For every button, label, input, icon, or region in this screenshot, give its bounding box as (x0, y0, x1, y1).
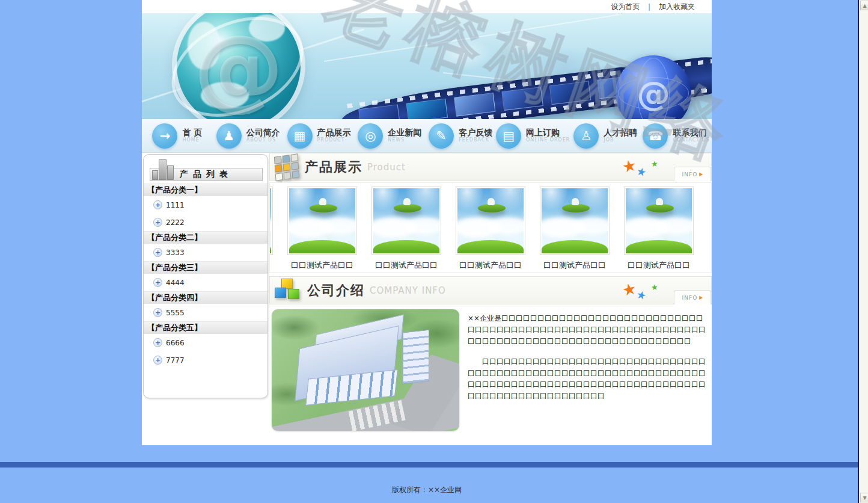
page-container: 设为首页 ｜ 加入收藏夹 @ @ (142, 0, 712, 445)
nav-label: 网上订购 (526, 128, 570, 137)
topbar-divider: ｜ (646, 2, 653, 12)
nav-item-job[interactable]: ♙ 人才招聘 JOB (570, 119, 641, 152)
nav-item-order[interactable]: ▤ 网上订购 ONLINE ORDER (496, 119, 570, 152)
spiral-icon: ◎ (358, 123, 383, 149)
product-section-header: 产品展示 Product ★ ★ ★ INFO ▶ (269, 153, 712, 181)
product-section-title: 产品展示 (305, 158, 362, 176)
company-section-subtitle: COMPANY INFO (370, 285, 446, 296)
product-card[interactable]: 口口测试产品口口 (370, 187, 443, 272)
nav-item-news[interactable]: ◎ 企业新闻 NEWS (354, 119, 425, 152)
plus-icon: + (153, 308, 162, 317)
copyright-text: 版权所有：××企业网 (142, 485, 712, 495)
add-favorite-link[interactable]: 加入收藏夹 (659, 2, 695, 12)
page-scrollbar[interactable]: ▲ ▼ (858, 0, 868, 503)
product-list-sidebar: 产品列表 【产品分类一】 + 1111 + 2222 【产品分类二】 + 333… (143, 154, 268, 398)
nav-label: 公司简介 (246, 128, 280, 137)
nav-sublabel: JOB (604, 138, 637, 143)
nav-label: 首 页 (182, 128, 202, 137)
person-icon: ♟ (216, 123, 242, 149)
company-description: ××企业是口口口口口口口口口口口口口口口口口口口口口口口口口口口口口口口口口口口… (468, 309, 712, 431)
company-paragraph: 口口口口口口口口口口口口口口口口口口口口口口口口口口口口口口口口口口口口口口口口… (468, 356, 706, 403)
plus-icon: + (153, 200, 162, 209)
globe-at-icon: @ (177, 13, 301, 119)
nav-label: 客户反馈 (459, 128, 492, 137)
product-image (456, 187, 525, 255)
category-item[interactable]: + 4444 (144, 274, 267, 291)
pen-hand-icon: ✎ (429, 123, 454, 149)
company-section-title: 公司介绍 (307, 282, 365, 300)
category-header: 【产品分类四】 (144, 291, 267, 304)
product-image (540, 187, 610, 255)
product-card[interactable]: 口口测试产品口口 (622, 187, 695, 272)
category-item[interactable]: + 2222 (144, 214, 267, 231)
company-intro: ××企业是口口口口口口口口口口口口口口口口口口口口口口口口口口口口口口口口口口口… (269, 307, 712, 431)
category-item[interactable]: + 1111 (144, 196, 267, 214)
company-building-image (272, 309, 459, 431)
topbar: 设为首页 ｜ 加入收藏夹 (142, 0, 712, 13)
color-cubes-icon (275, 279, 301, 303)
product-caption: 口口测试产品口口 (543, 260, 606, 271)
product-image (371, 187, 441, 255)
product-card[interactable]: 口口测试产品口口 (286, 187, 359, 272)
product-caption: 口口测试产品口口 (628, 260, 690, 271)
star-green-icon: ★ (650, 282, 658, 292)
nav-label: 人才招聘 (604, 128, 637, 137)
plus-icon: + (153, 356, 162, 365)
rubik-cube-icon (274, 153, 299, 181)
star-green-icon: ★ (650, 159, 658, 168)
nav-sublabel: NEWS (388, 138, 421, 143)
star-orange-icon: ★ (620, 279, 638, 300)
category-header: 【产品分类五】 (144, 321, 267, 334)
set-homepage-link[interactable]: 设为首页 (611, 2, 640, 12)
nav-sublabel: CONTACT US (673, 138, 709, 143)
product-caption: 口口测试产品口口 (459, 260, 522, 271)
category-item[interactable]: + 5555 (144, 304, 267, 321)
nav-sublabel: ONLINE ORDER (526, 138, 570, 143)
product-carousel: 口口测试产品口口 口口测试产品口口 (269, 182, 712, 273)
product-section-subtitle: Product (367, 162, 406, 173)
scroll-up-button[interactable]: ▲ (860, 1, 868, 10)
company-paragraph: ××企业是口口口口口口口口口口口口口口口口口口口口口口口口口口口口口口口口口口口… (468, 313, 706, 348)
nav-item-product[interactable]: ▦ 产品展示 PRODUCT (284, 119, 355, 152)
nav-label: 产品展示 (317, 128, 351, 137)
category-item[interactable]: + 6666 (144, 334, 267, 351)
nav-item-contact[interactable]: ☎ 联系我们 CONTACT US (641, 119, 712, 152)
phone-icon: ☎ (643, 123, 668, 149)
nav-item-feedback[interactable]: ✎ 客户反馈 FEEDBACK (425, 119, 496, 152)
nav-label: 联系我们 (673, 128, 709, 137)
nav-sublabel: FEEDBACK (459, 138, 492, 143)
banner-image: @ @ (142, 13, 712, 119)
star-blue-icon: ★ (635, 288, 648, 302)
nav-item-about[interactable]: ♟ 公司简介 ABOUT US (213, 119, 284, 152)
category-item[interactable]: + 7777 (144, 351, 267, 369)
product-image (269, 187, 273, 255)
sidebar-header: 产品列表 (144, 155, 267, 184)
plus-icon: + (153, 248, 162, 257)
category-header: 【产品分类一】 (144, 184, 267, 196)
footer-stripe (0, 462, 868, 468)
product-card[interactable]: 口口测试产品口口 (269, 187, 275, 272)
plus-icon: + (153, 278, 162, 287)
arrow-right-icon: → (152, 123, 177, 149)
category-item[interactable]: + 3333 (144, 244, 267, 261)
main-content: 产品展示 Product ★ ★ ★ INFO ▶ 口口测试产品口口 (269, 153, 712, 431)
product-info-button[interactable]: INFO ▶ (674, 167, 711, 181)
nav-item-home[interactable]: → 首 页 HOME (142, 119, 213, 152)
nav-sublabel: PRODUCT (317, 138, 351, 143)
star-blue-icon: ★ (635, 164, 648, 179)
product-caption: 口口测试产品口口 (375, 260, 438, 271)
grid-icon: ▦ (287, 123, 313, 149)
product-card[interactable]: 口口测试产品口口 (454, 187, 527, 272)
building-icon (152, 158, 176, 180)
product-image (624, 187, 694, 255)
category-header: 【产品分类二】 (144, 231, 267, 244)
basket-icon: ▤ (496, 123, 521, 149)
product-card[interactable]: 口口测试产品口口 (538, 187, 611, 272)
company-info-button[interactable]: INFO ▶ (674, 290, 711, 304)
arrow-icon: ▶ (699, 171, 703, 177)
star-orange-icon: ★ (620, 156, 638, 176)
category-header: 【产品分类三】 (144, 261, 267, 274)
plus-icon: + (153, 338, 162, 347)
hands-icon: ♙ (573, 123, 599, 149)
scroll-down-button[interactable]: ▼ (860, 493, 868, 502)
